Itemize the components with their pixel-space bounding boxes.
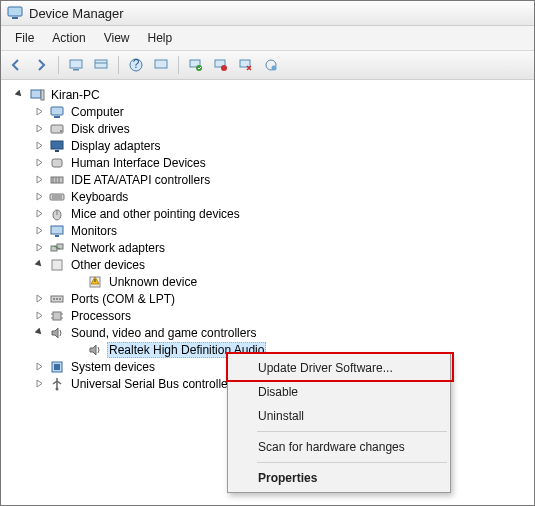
warn-icon [87, 274, 103, 290]
menu-action[interactable]: Action [44, 28, 93, 48]
tree-category[interactable]: Display adapters [5, 137, 530, 154]
svg-rect-3 [73, 69, 79, 71]
expand-icon[interactable] [33, 293, 45, 305]
tree-category-label: Disk drives [69, 122, 132, 136]
help-button[interactable]: ? [125, 54, 147, 76]
svg-rect-22 [51, 141, 63, 149]
expand-icon[interactable] [33, 242, 45, 254]
tree-category[interactable]: Monitors [5, 222, 530, 239]
tree-category-label: Ports (COM & LPT) [69, 292, 177, 306]
toolbar-separator [178, 56, 179, 74]
collapse-icon[interactable] [33, 327, 45, 339]
toolbar-btn-4[interactable] [90, 54, 112, 76]
app-icon [7, 5, 23, 21]
expand-icon[interactable] [33, 208, 45, 220]
svg-rect-4 [95, 60, 107, 68]
tree-device-label: Unknown device [107, 275, 199, 289]
svg-text:?: ? [133, 58, 140, 71]
tree-category-label: Processors [69, 309, 133, 323]
svg-rect-17 [41, 90, 44, 100]
expand-icon[interactable] [33, 361, 45, 373]
tree-category[interactable]: Ports (COM & LPT) [5, 290, 530, 307]
tree-category-label: IDE ATA/ATAPI controllers [69, 173, 212, 187]
context-menu-item[interactable]: Scan for hardware changes [230, 435, 448, 459]
sound-icon [49, 325, 65, 341]
tree-category[interactable]: Other devices [5, 256, 530, 273]
tree-category[interactable]: Network adapters [5, 239, 530, 256]
collapse-icon[interactable] [33, 259, 45, 271]
sound-icon [87, 342, 103, 358]
tree-category[interactable]: Computer [5, 103, 530, 120]
expand-icon[interactable] [33, 191, 45, 203]
svg-point-21 [60, 130, 62, 132]
expand-icon[interactable] [33, 106, 45, 118]
tree-root[interactable]: Kiran-PC [5, 86, 530, 103]
svg-rect-23 [55, 150, 59, 152]
update-driver-button[interactable] [185, 54, 207, 76]
svg-rect-35 [55, 235, 59, 237]
expand-icon[interactable] [33, 174, 45, 186]
tree-category[interactable]: Mice and other pointing devices [5, 205, 530, 222]
svg-rect-29 [50, 194, 64, 200]
svg-point-44 [56, 298, 58, 300]
svg-rect-19 [54, 116, 60, 118]
menu-file[interactable]: File [7, 28, 42, 48]
context-menu-item[interactable]: Uninstall [230, 404, 448, 428]
menu-view[interactable]: View [96, 28, 138, 48]
tree-category[interactable]: Processors [5, 307, 530, 324]
tree-category[interactable]: IDE ATA/ATAPI controllers [5, 171, 530, 188]
svg-rect-34 [51, 226, 63, 234]
svg-rect-24 [52, 159, 62, 167]
context-menu-item[interactable]: Disable [230, 380, 448, 404]
tree-category[interactable]: Sound, video and game controllers [5, 324, 530, 341]
port-icon [49, 291, 65, 307]
scan-hardware-button[interactable] [260, 54, 282, 76]
svg-point-15 [272, 66, 277, 71]
collapse-icon[interactable] [13, 89, 25, 101]
svg-rect-8 [155, 60, 167, 68]
expand-icon[interactable] [33, 378, 45, 390]
menu-help[interactable]: Help [140, 28, 181, 48]
expand-icon[interactable] [33, 140, 45, 152]
context-menu-item[interactable]: Properties [230, 466, 448, 490]
svg-rect-52 [54, 364, 60, 370]
tree-category-label: Sound, video and game controllers [69, 326, 258, 340]
ide-icon [49, 172, 65, 188]
expand-icon[interactable] [33, 157, 45, 169]
disk-icon [49, 121, 65, 137]
back-button[interactable] [5, 54, 27, 76]
uninstall-button[interactable] [235, 54, 257, 76]
cpu-icon [49, 308, 65, 324]
toolbar-btn-6[interactable] [150, 54, 172, 76]
svg-rect-1 [12, 17, 18, 19]
toolbar-separator [58, 56, 59, 74]
tree-category-label: Human Interface Devices [69, 156, 208, 170]
expand-icon[interactable] [33, 123, 45, 135]
tree-category-label: Universal Serial Bus controllers [69, 377, 240, 391]
svg-point-12 [221, 65, 227, 71]
svg-point-45 [59, 298, 61, 300]
context-menu: Update Driver Software...DisableUninstal… [227, 353, 451, 493]
toolbar-btn-3[interactable] [65, 54, 87, 76]
tree-device[interactable]: Unknown device [5, 273, 530, 290]
display-icon [49, 138, 65, 154]
forward-button[interactable] [30, 54, 52, 76]
titlebar: Device Manager [1, 1, 534, 26]
svg-rect-18 [51, 107, 63, 115]
tree-category[interactable]: Keyboards [5, 188, 530, 205]
context-menu-item[interactable]: Update Driver Software... [230, 356, 448, 380]
usb-icon [49, 376, 65, 392]
menu-separator [257, 462, 447, 463]
tree-category[interactable]: Disk drives [5, 120, 530, 137]
tree-category-label: Computer [69, 105, 126, 119]
menu-separator [257, 431, 447, 432]
monitor-icon [49, 223, 65, 239]
expand-icon[interactable] [33, 310, 45, 322]
disable-button[interactable] [210, 54, 232, 76]
network-icon [49, 240, 65, 256]
tree-category[interactable]: Human Interface Devices [5, 154, 530, 171]
menubar: File Action View Help [1, 26, 534, 51]
keyboard-icon [49, 189, 65, 205]
svg-rect-39 [52, 260, 62, 270]
expand-icon[interactable] [33, 225, 45, 237]
